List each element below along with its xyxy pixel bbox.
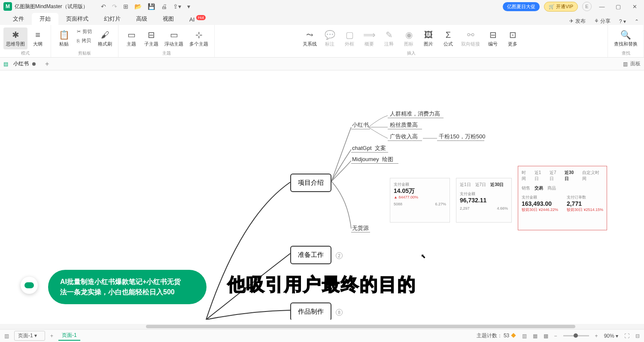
add-tab-button[interactable]: + [41,60,53,68]
page-tab[interactable]: 页面-1 [58,331,80,341]
leaf-xhs[interactable]: 小红书 [352,121,369,129]
fit-screen-icon[interactable]: ⛶ [624,333,629,339]
tab-advanced[interactable]: 高级 [128,13,155,25]
new-icon[interactable]: ⊞ [123,3,128,10]
note-icon: ✎ [386,30,393,40]
leaf-3-sub[interactable]: 千粉150，万粉500 [439,133,485,140]
callout-button[interactable]: 💬标注 [320,27,339,49]
link-icon: ⚯ [467,30,474,40]
zoom-out-button[interactable]: − [554,333,557,339]
h-scrollbar[interactable] [0,324,644,329]
qat-more-icon[interactable]: ▾ [187,3,190,10]
topic-button[interactable]: ▭主题 [122,27,141,49]
node-work-count[interactable]: 8 [336,309,343,316]
leaf-midjourney[interactable]: Midjoumey 绘图 [352,156,393,163]
outline-icon: ≡ [35,30,40,40]
ribbon-group-mode: ✱思维导图 ≡大纲 模式 [0,25,51,57]
image-button[interactable]: 🖼图片 [419,27,438,49]
tab-pagestyle[interactable]: 页面样式 [58,13,96,25]
tab-file[interactable]: 文件 [5,13,32,25]
publish-button[interactable]: ✈ 发布 [569,18,585,25]
summary-button[interactable]: ⟹概要 [360,27,379,49]
share-button[interactable]: ⚘ 分享 [594,18,611,25]
view-mode-1-icon[interactable]: ▥ [522,333,527,339]
tab-start[interactable]: 开始 [32,13,58,25]
maximize-icon[interactable]: ▢ [612,3,624,10]
tab-ai[interactable]: AI Hot [182,14,213,25]
hyperlink-button[interactable]: ⚯双向链接 [459,27,483,49]
outline-mode-button[interactable]: ≡大纲 [28,27,47,49]
overlay-subtitle: 他吸引用户最终的目的 [228,272,416,296]
node-prep[interactable]: 准备工作 [290,246,331,264]
screenshot-2[interactable]: 近1日近7日近30日 支付金额 96,732.11 2,2974.66% [456,178,512,223]
copy-icon: ⎘ [77,38,80,43]
hot-badge: Hot [196,15,206,20]
leaf-1[interactable]: 人群精准，消费力高 [390,110,440,118]
zoom-slider[interactable] [563,335,589,336]
find-button[interactable]: 🔍查找和替换 [611,27,640,49]
cut-icon: ✂ [77,29,81,34]
pages-panel-icon[interactable]: ▥ [4,333,9,339]
canvas[interactable]: 项目介绍 准备工作 2 作品制作 8 小红书 人群精准，消费力高 粉丝质量高 广… [0,70,644,320]
collapse-icon[interactable]: ⊟ [635,333,640,339]
zoom-in-button[interactable]: + [595,333,598,339]
titlebar: M 亿图脑图MindMaster（试用版） ↶ ↷ ⊞ 📂 💾 🖨 ⇪▾ ▾ 亿… [0,0,644,13]
undo-icon[interactable]: ↶ [101,3,106,10]
screenshot-3[interactable]: 时间近1日近7日近30日自定义时间 销售交易商品 支付金额163,493.00较… [518,166,607,230]
menu-tabs: 文件 开始 页面样式 幻灯片 高级 视图 AI Hot ✈ 发布 ⚘ 分享 ? … [0,13,644,25]
subtopic-button[interactable]: ⊟子主题 [142,27,161,49]
float-topic-button[interactable]: ▭浮动主题 [162,27,186,49]
mindmap-mode-button[interactable]: ✱思维导图 [3,27,27,49]
relation-button[interactable]: ⤳关系线 [300,27,319,49]
paste-button[interactable]: 📋粘贴 [55,27,73,49]
formula-button[interactable]: Σ公式 [439,27,458,49]
leaf-2[interactable]: 粉丝质量高 [390,121,418,129]
modified-dot-icon [32,62,36,66]
boundary-button[interactable]: ▢外框 [340,27,359,49]
format-painter-button[interactable]: 🖌格式刷 [95,27,115,49]
user-avatar[interactable]: E [582,2,592,11]
cut-button[interactable]: ✂剪切 [74,27,94,36]
open-icon[interactable]: 📂 [134,3,142,10]
export-icon[interactable]: ⇪▾ [173,3,181,10]
print-icon[interactable]: 🖨 [161,3,167,10]
assistant-fab[interactable] [21,277,38,294]
overlay-pill: AI批量制造小红书爆款笔记+小红书无货 法一条龙实操，小白也能轻松日入500 [48,270,207,304]
h-scroll-thumb[interactable] [146,325,575,328]
screenshot-1[interactable]: 支付金额 14.05万 ▲ 84477.00% 50886.27% [390,178,450,223]
titlebar-right: 亿图夏日大促 🛒 开通VIP E — ▢ ✕ [503,2,641,12]
copy-button[interactable]: ⎘拷贝 [74,37,94,45]
icon-button[interactable]: ◉图标 [399,27,418,49]
help-icon[interactable]: ? ▾ [619,18,626,24]
tab-slides[interactable]: 幻灯片 [96,13,128,25]
view-mode-3-icon[interactable]: ▩ [544,333,548,339]
minimize-icon[interactable]: — [596,3,608,10]
node-prep-count[interactable]: 2 [336,252,343,259]
close-icon[interactable]: ✕ [629,3,641,10]
node-work[interactable]: 作品制作 [290,302,331,320]
status-bar: ▥ 页面-1 ▾ + 页面-1 主题计数： 53 ◆ ▥ ▦ ▩ − + 90%… [0,329,644,342]
redo-icon[interactable]: ↷ [112,3,117,10]
add-page-button[interactable]: + [50,333,53,339]
leaf-wuhuoyuan[interactable]: 无货源 [352,224,369,232]
page-select[interactable]: 页面-1 ▾ [14,331,45,341]
topic-icon: ▭ [128,30,136,40]
note-button[interactable]: ✎注释 [380,27,398,49]
number-button[interactable]: ⊟编号 [483,27,502,49]
collapse-ribbon-icon[interactable]: ⌃ [635,18,639,24]
panel-toggle[interactable]: ▥ 面板 [623,60,641,67]
vip-badge[interactable]: 🛒 开通VIP [544,2,578,12]
number-icon: ⊟ [489,30,497,40]
node-intro[interactable]: 项目介绍 [290,174,331,192]
view-mode-2-icon[interactable]: ▦ [533,333,538,339]
zoom-level[interactable]: 90% ▾ [604,333,618,339]
promo-badge[interactable]: 亿图夏日大促 [503,2,540,11]
save-icon[interactable]: 💾 [148,3,155,10]
more-button[interactable]: ⊡更多 [503,27,522,49]
more-icon: ⊡ [509,30,516,40]
leaf-chatgpt[interactable]: chatGpt 文案 [352,144,386,152]
tab-view[interactable]: 视图 [155,13,182,25]
doc-tab[interactable]: 小红书 [8,58,41,69]
multi-topic-button[interactable]: ⊹多个主题 [187,27,211,49]
leaf-3[interactable]: 广告收入高 [390,133,418,140]
